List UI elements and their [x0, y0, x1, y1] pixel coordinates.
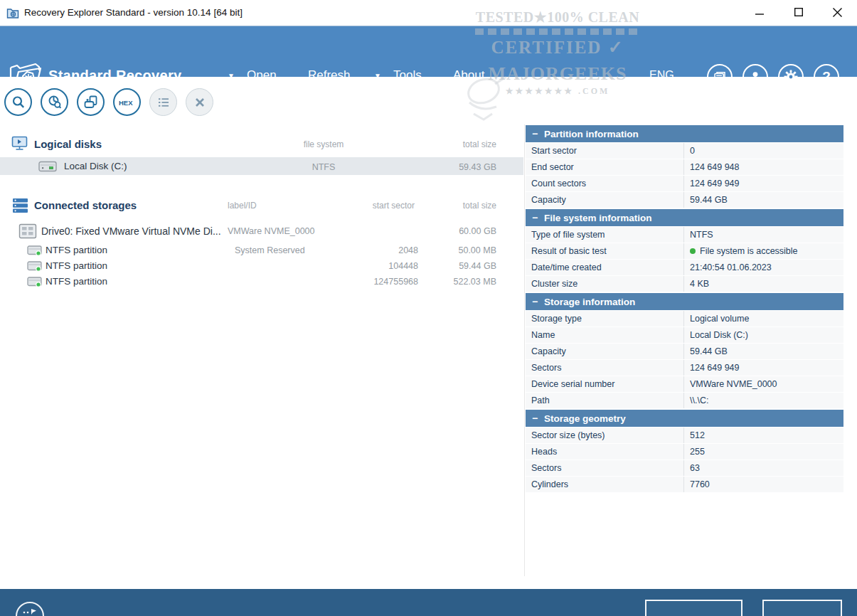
hex-icon: HEX — [118, 95, 137, 110]
partition-total-size: 522.03 MB — [440, 277, 496, 287]
partition-start-sector: 2048 — [347, 245, 418, 255]
info-row: Type of file system NTFS — [526, 227, 843, 243]
collapse-icon[interactable]: − — [526, 128, 544, 139]
minimize-button[interactable] — [744, 0, 775, 24]
partition-icon — [27, 260, 43, 272]
window-title: Recovery Explorer Standard - version 10.… — [24, 7, 243, 18]
info-row: Cluster size 4 KB — [526, 276, 843, 292]
bottom-action-bar — [0, 589, 857, 616]
title-bar: Recovery Explorer Standard - version 10.… — [0, 0, 857, 26]
connected-storages-title: Connected storages — [34, 199, 137, 211]
collapse-icon[interactable]: − — [526, 212, 544, 223]
license-card-icon — [713, 70, 727, 84]
column-header-total-size: total size — [440, 139, 496, 149]
collapse-icon[interactable]: − — [526, 296, 544, 307]
partition-icon — [27, 276, 43, 288]
info-row: Capacity 59.44 GB — [526, 344, 843, 359]
section-storage-information: − Storage information Storage type Logic… — [526, 293, 843, 408]
column-header-total-size-2: total size — [440, 201, 496, 211]
info-row: Heads 255 — [526, 444, 843, 460]
app-header: Standard Recovery ▼ Open Refresh ▼ Tools… — [0, 26, 857, 77]
list-icon — [156, 95, 171, 110]
bottom-button-right[interactable] — [762, 600, 842, 616]
partition-name: NTFS partition — [46, 245, 107, 255]
start-action-icon[interactable] — [16, 602, 44, 616]
partition-total-size: 59.44 GB — [440, 261, 496, 271]
disk-name: Local Disk (C:) — [64, 161, 127, 171]
section-file-system-information: − File system information Type of file s… — [526, 209, 843, 292]
disk-image-button[interactable] — [77, 88, 105, 116]
license-card-button[interactable] — [707, 64, 733, 90]
partition-total-size: 50.00 MB — [440, 245, 496, 255]
info-row: Cylinders 7760 — [526, 477, 843, 492]
info-row: Sectors 63 — [526, 460, 843, 476]
app-icon — [6, 6, 19, 19]
disk-file-system: NTFS — [284, 162, 363, 172]
question-mark-icon: ? — [822, 69, 831, 85]
analyze-button[interactable] — [41, 88, 68, 116]
drive-enclosure-icon — [18, 223, 37, 239]
info-row: Name Local Disk (C:) — [526, 327, 843, 343]
close-x-icon — [192, 95, 208, 110]
hex-viewer-button[interactable]: HEX — [113, 88, 141, 116]
info-row: Result of basic test File system is acce… — [526, 243, 843, 259]
search-icon — [11, 95, 26, 110]
disk-image-icon — [83, 95, 99, 110]
storage-total-size: 60.00 GB — [440, 226, 496, 236]
menu-open[interactable]: Open — [247, 68, 277, 83]
language-selector[interactable]: ENG — [649, 69, 674, 82]
column-header-label-id: label/ID — [228, 201, 257, 211]
gear-icon — [783, 69, 799, 85]
partition-start-sector: 104448 — [347, 261, 418, 271]
connected-storages-icon — [12, 198, 29, 213]
details-panel: − Partition information Start sector 0 E… — [526, 125, 843, 494]
help-button[interactable]: ? — [814, 64, 839, 90]
partition-label-id: System Reserved — [235, 245, 305, 255]
storage-name: Drive0: Fixed VMware Virtual NVMe Di... — [41, 225, 221, 237]
maximize-button[interactable] — [783, 0, 814, 24]
user-account-button[interactable] — [742, 64, 768, 90]
logical-disks-title: Logical disks — [34, 138, 102, 150]
section-header-storage-geometry[interactable]: − Storage geometry — [526, 410, 843, 427]
open-menu-arrow-icon[interactable]: ▼ — [228, 72, 235, 80]
bottom-button-left[interactable] — [645, 600, 742, 616]
section-header-partition-information[interactable]: − Partition information — [526, 125, 843, 142]
info-row: Capacity 59.44 GB — [526, 192, 843, 208]
collapse-icon[interactable]: − — [526, 413, 544, 424]
section-partition-information: − Partition information Start sector 0 E… — [526, 125, 843, 208]
svg-text:HEX: HEX — [119, 99, 133, 107]
info-row: Device serial number VMWare NVME_0000 — [526, 376, 843, 392]
properties-list-button[interactable] — [149, 88, 177, 116]
info-row: Count sectors 124 649 949 — [526, 176, 843, 191]
settings-button[interactable] — [778, 64, 804, 90]
storage-label-id: VMWare NVME_0000 — [228, 226, 315, 236]
info-row: End sector 124 649 948 — [526, 159, 843, 175]
menu-about[interactable]: About — [453, 68, 484, 83]
info-row: Storage type Logical volume — [526, 311, 843, 326]
section-header-storage-information[interactable]: − Storage information — [526, 293, 843, 310]
info-row: Path \\.\C: — [526, 393, 843, 408]
column-header-start-sector: start sector — [344, 201, 415, 211]
disk-total-size: 59.43 GB — [440, 162, 496, 172]
tools-menu-arrow-icon[interactable]: ▼ — [374, 72, 381, 80]
watermark-stars-text: ★★★★★★★ .COM — [464, 86, 651, 97]
scan-button[interactable] — [4, 88, 32, 116]
hard-disk-icon — [38, 161, 57, 172]
close-task-button[interactable] — [186, 88, 213, 116]
section-header-file-system-information[interactable]: − File system information — [526, 209, 843, 226]
close-button[interactable] — [821, 0, 853, 24]
info-row: Sectors 124 649 949 — [526, 360, 843, 376]
panel-divider — [524, 124, 525, 576]
info-row: Start sector 0 — [526, 143, 843, 159]
menu-refresh[interactable]: Refresh — [308, 68, 351, 83]
partition-name: NTFS partition — [46, 276, 107, 287]
partition-icon — [27, 245, 43, 257]
section-storage-geometry: − Storage geometry Sector size (bytes) 5… — [526, 410, 843, 492]
partition-name: NTFS partition — [46, 260, 107, 271]
user-icon — [748, 70, 762, 84]
column-header-file-system: file system — [284, 139, 363, 149]
status-ok-dot — [690, 248, 696, 254]
brand-title: Standard Recovery — [48, 68, 181, 84]
menu-tools[interactable]: Tools — [393, 68, 422, 83]
status-text: File system is accessible — [700, 246, 798, 256]
